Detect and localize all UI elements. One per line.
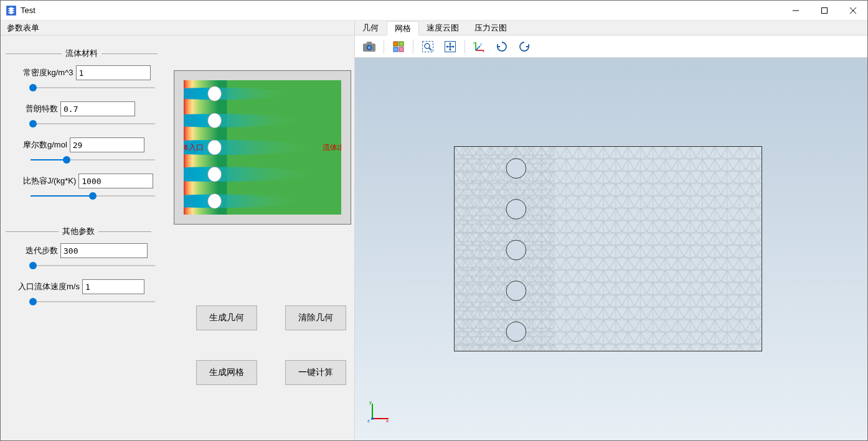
- svg-rect-21: [394, 42, 398, 46]
- group-fluid-title: 流体材料: [62, 48, 101, 59]
- rotate-ccw-icon[interactable]: [514, 37, 535, 56]
- right-panel: yxz: [355, 35, 867, 440]
- field-iterations: 迭代步数: [23, 243, 349, 258]
- group-other-params: 其他参数 迭代步数 入口流体速度m/s: [6, 226, 349, 307]
- svg-point-41: [506, 281, 526, 301]
- svg-text:y: y: [473, 40, 475, 44]
- svg-point-45: [371, 417, 374, 420]
- svg-rect-18: [367, 42, 372, 44]
- iterations-slider[interactable]: [31, 261, 155, 271]
- svg-point-26: [425, 44, 430, 49]
- simulation-preview: 流体入口 流体出口: [174, 70, 351, 225]
- svg-text:x: x: [483, 49, 484, 53]
- title-bar: Test: [1, 1, 867, 21]
- generate-mesh-button[interactable]: 生成网格: [196, 360, 257, 385]
- svg-point-38: [506, 159, 526, 179]
- multiselect-icon[interactable]: [388, 37, 409, 56]
- mesh-domain: [454, 146, 762, 351]
- svg-rect-37: [455, 147, 554, 351]
- svg-rect-23: [394, 47, 398, 52]
- svg-point-13: [208, 113, 222, 128]
- svg-point-39: [506, 199, 526, 219]
- svg-line-27: [429, 48, 432, 50]
- iterations-input[interactable]: [60, 243, 148, 258]
- tab-pressure[interactable]: 压力云图: [467, 21, 515, 35]
- molar-label: 摩尔数g/mol: [23, 139, 67, 151]
- prandtl-label: 普朗特数: [23, 103, 58, 114]
- minimize-button[interactable]: [781, 1, 810, 21]
- clear-geometry-button[interactable]: 清除几何: [285, 305, 346, 330]
- svg-point-12: [208, 86, 222, 101]
- field-inlet-velocity: 入口流体速度m/s: [18, 279, 349, 294]
- cp-label: 比热容J/(kg*K): [23, 175, 76, 187]
- tab-velocity[interactable]: 速度云图: [419, 21, 467, 35]
- tab-mesh[interactable]: 网格: [387, 21, 419, 35]
- svg-text:z: z: [480, 42, 482, 46]
- generate-geometry-button[interactable]: 生成几何: [196, 305, 257, 330]
- close-button[interactable]: [839, 1, 867, 21]
- preview-inlet-label: 流体入口: [184, 142, 204, 153]
- svg-text:x: x: [386, 418, 389, 424]
- left-panel: 流体材料 常密度kg/m^3 普朗特数 摩尔: [1, 35, 355, 440]
- svg-text:z: z: [367, 418, 370, 424]
- cp-slider[interactable]: [31, 191, 155, 201]
- density-label: 常密度kg/m^3: [23, 67, 73, 78]
- svg-point-16: [208, 194, 222, 209]
- menubar: 参数表单: [1, 21, 355, 35]
- prandtl-slider[interactable]: [31, 119, 155, 129]
- svg-rect-22: [399, 42, 403, 46]
- tab-geometry[interactable]: 几何: [355, 21, 387, 35]
- inlet-velocity-slider[interactable]: [31, 297, 155, 307]
- pan-icon[interactable]: [440, 37, 461, 56]
- tab-bar: 几何 网格 速度云图 压力云图: [355, 21, 867, 35]
- group-other-title: 其他参数: [59, 226, 98, 237]
- viewport-toolbar: yxz: [355, 35, 867, 58]
- molar-input[interactable]: [70, 137, 144, 152]
- action-buttons: 生成几何 清除几何 生成网格 一键计算: [196, 305, 346, 385]
- maximize-button[interactable]: [810, 1, 839, 21]
- axes-icon[interactable]: yxz: [469, 37, 490, 56]
- density-slider[interactable]: [31, 83, 155, 93]
- top-strip: 参数表单 几何 网格 速度云图 压力云图: [1, 21, 867, 35]
- inlet-velocity-label: 入口流体速度m/s: [18, 281, 80, 292]
- camera-icon[interactable]: [359, 37, 380, 56]
- menu-param-form[interactable]: 参数表单: [1, 21, 45, 35]
- app-window: Test 参数表单 几何 网格 速度云图 压力云图 流体材料: [0, 0, 868, 441]
- svg-point-40: [506, 240, 526, 260]
- window-title: Test: [21, 6, 35, 15]
- svg-point-42: [506, 322, 526, 341]
- zoom-box-icon[interactable]: [417, 37, 438, 56]
- compute-button[interactable]: 一键计算: [285, 360, 346, 385]
- rotate-cw-icon[interactable]: [491, 37, 512, 56]
- axis-gizmo: y x z: [367, 400, 391, 425]
- molar-slider[interactable]: [31, 155, 155, 165]
- prandtl-input[interactable]: [60, 101, 135, 116]
- iterations-label: 迭代步数: [23, 245, 58, 256]
- viewport-3d[interactable]: y x z: [355, 58, 867, 440]
- density-input[interactable]: [76, 65, 151, 80]
- svg-point-15: [208, 167, 222, 182]
- svg-point-14: [208, 140, 222, 155]
- svg-line-31: [476, 46, 480, 50]
- svg-point-20: [368, 46, 370, 49]
- preview-outlet-label: 流体出口: [323, 142, 341, 153]
- app-icon: [6, 5, 17, 16]
- inlet-velocity-input[interactable]: [82, 279, 144, 294]
- cp-input[interactable]: [78, 174, 153, 188]
- svg-rect-2: [822, 7, 828, 13]
- svg-rect-24: [399, 47, 403, 52]
- svg-text:y: y: [369, 400, 372, 405]
